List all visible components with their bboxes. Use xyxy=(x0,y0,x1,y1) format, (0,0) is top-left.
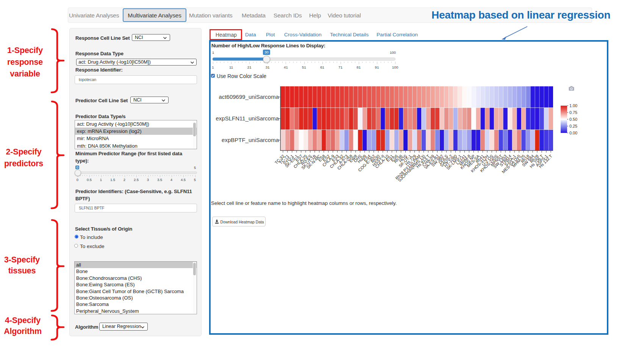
svg-text:1.00: 1.00 xyxy=(569,103,577,108)
svg-text:act609699_uniSarcoma: act609699_uniSarcoma xyxy=(219,94,279,100)
svg-text:0.50: 0.50 xyxy=(569,117,577,122)
svg-text:0.75: 0.75 xyxy=(569,110,577,115)
svg-text:0.00: 0.00 xyxy=(569,131,577,135)
svg-text:expSLFN11_uniSarcoma: expSLFN11_uniSarcoma xyxy=(216,115,279,122)
svg-text:0.25: 0.25 xyxy=(569,124,577,128)
svg-text:expBPTF_uniSarcoma: expBPTF_uniSarcoma xyxy=(222,137,279,143)
